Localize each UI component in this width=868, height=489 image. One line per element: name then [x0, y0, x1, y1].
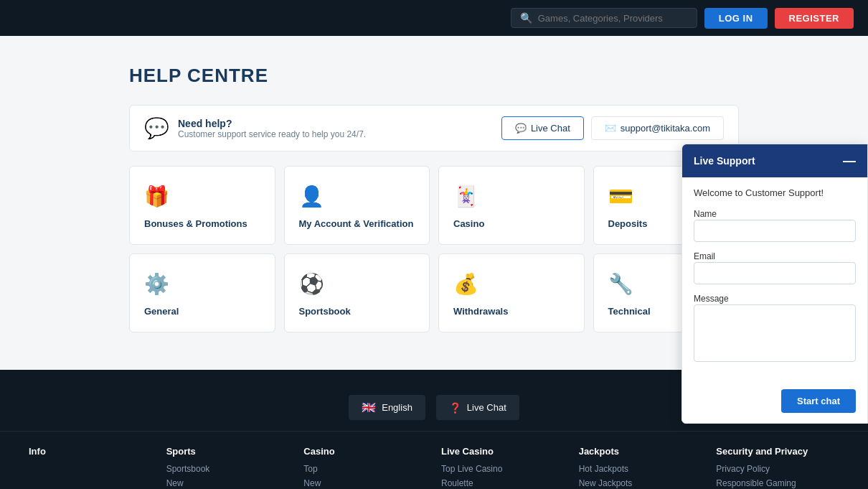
- category-card-withdrawals[interactable]: 💰 Withdrawals: [438, 253, 585, 332]
- category-icon-account: 👤: [299, 185, 415, 208]
- support-description: Customer support service ready to help y…: [178, 129, 366, 139]
- footer-link-new[interactable]: New: [166, 478, 290, 488]
- footer-link-top-live-casino[interactable]: Top Live Casino: [441, 464, 565, 474]
- footer-col-1: SportsSportsbookNewPopular: [166, 446, 290, 489]
- footer-col-title-2: Casino: [303, 446, 427, 457]
- email-address: support@tikitaka.com: [621, 123, 710, 134]
- category-label-sportsbook: Sportsbook: [299, 306, 351, 317]
- category-label-withdrawals: Withdrawals: [453, 306, 508, 317]
- support-banner-left: 💬 Need help? Customer support service re…: [144, 116, 487, 140]
- footer-links: InfoSportsSportsbookNewPopularCasinoTopN…: [0, 432, 868, 489]
- name-label: Name: [694, 209, 717, 219]
- footer-live-chat-label: Live Chat: [467, 402, 506, 413]
- footer-link-sportsbook[interactable]: Sportsbook: [166, 464, 290, 474]
- category-label-bonuses: Bonuses & Promotions: [144, 218, 247, 229]
- footer-link-privacy-policy[interactable]: Privacy Policy: [716, 464, 839, 474]
- footer-col-5: Security and PrivacyPrivacy PolicyRespon…: [716, 446, 839, 489]
- header: 🔍 LOG IN REGISTER: [0, 0, 868, 36]
- chat-icon: 💬: [515, 123, 527, 134]
- language-button[interactable]: 🇬🇧 English: [349, 395, 425, 420]
- support-banner-text: Need help? Customer support service read…: [178, 118, 366, 139]
- panel-footer: Start chat: [682, 382, 867, 423]
- need-help-label: Need help?: [178, 118, 366, 129]
- category-label-casino: Casino: [453, 218, 484, 229]
- footer-col-title-0: Info: [29, 446, 152, 457]
- login-button[interactable]: LOG IN: [704, 8, 768, 29]
- search-input[interactable]: [538, 13, 688, 24]
- footer-link-top[interactable]: Top: [303, 464, 427, 474]
- category-label-account: My Account & Verification: [299, 218, 414, 229]
- footer-col-title-1: Sports: [166, 446, 290, 457]
- category-grid: 🎁 Bonuses & Promotions 👤 My Account & Ve…: [129, 166, 739, 332]
- live-support-panel: Live Support — Welcome to Customer Suppo…: [681, 144, 868, 424]
- footer-link-hot-jackpots[interactable]: Hot Jackpots: [579, 464, 702, 474]
- category-card-account[interactable]: 👤 My Account & Verification: [284, 166, 430, 245]
- category-card-casino[interactable]: 🃏 Casino: [438, 166, 585, 245]
- message-textarea[interactable]: [694, 304, 856, 362]
- panel-body: Welcome to Customer Support! Name Email …: [682, 177, 867, 382]
- register-button[interactable]: REGISTER: [775, 8, 854, 29]
- category-card-bonuses[interactable]: 🎁 Bonuses & Promotions: [129, 166, 275, 245]
- panel-welcome: Welcome to Customer Support!: [694, 187, 856, 198]
- footer-col-title-5: Security and Privacy: [716, 446, 839, 457]
- footer-link-new-jackpots[interactable]: New Jackpots: [579, 478, 702, 488]
- email-label: Email: [694, 251, 715, 261]
- live-chat-label: Live Chat: [531, 123, 570, 134]
- chat-icon: ❓: [449, 402, 461, 414]
- panel-title: Live Support: [694, 155, 755, 167]
- footer-link-new[interactable]: New: [303, 478, 427, 488]
- footer-col-title-3: Live Casino: [441, 446, 565, 457]
- start-chat-button[interactable]: Start chat: [781, 389, 856, 413]
- live-chat-button[interactable]: 💬 Live Chat: [501, 116, 584, 140]
- footer-col-title-4: Jackpots: [579, 446, 702, 457]
- category-icon-bonuses: 🎁: [144, 185, 260, 208]
- category-icon-sportsbook: ⚽: [299, 272, 415, 296]
- search-icon: 🔍: [520, 12, 532, 24]
- footer-link-roulette[interactable]: Roulette: [441, 478, 565, 488]
- page-title: HELP CENTRE: [129, 65, 739, 87]
- category-icon-withdrawals: 💰: [453, 272, 570, 296]
- category-label-deposits: Deposits: [608, 218, 648, 229]
- email-icon: ✉️: [605, 123, 616, 134]
- category-label-technical: Technical: [608, 306, 651, 317]
- email-button[interactable]: ✉️ support@tikitaka.com: [591, 116, 724, 140]
- flag-icon: 🇬🇧: [362, 401, 376, 414]
- panel-header: Live Support —: [682, 144, 867, 177]
- message-label: Message: [694, 294, 729, 304]
- category-card-sportsbook[interactable]: ⚽ Sportsbook: [284, 253, 430, 332]
- footer-live-chat-button[interactable]: ❓ Live Chat: [436, 395, 519, 420]
- support-icon: 💬: [144, 116, 169, 140]
- footer-col-0: Info: [29, 446, 152, 489]
- search-bar[interactable]: 🔍: [511, 8, 697, 28]
- name-input[interactable]: [694, 220, 856, 242]
- footer-col-4: JackpotsHot JackpotsNew JackpotsDaily Ja…: [579, 446, 702, 489]
- footer-col-3: Live CasinoTop Live CasinoRouletteBlackj…: [441, 446, 565, 489]
- panel-minimize-button[interactable]: —: [843, 154, 856, 167]
- footer-link-responsible-gaming[interactable]: Responsible Gaming: [716, 478, 839, 488]
- support-banner-buttons: 💬 Live Chat ✉️ support@tikitaka.com: [501, 116, 724, 140]
- support-banner: 💬 Need help? Customer support service re…: [129, 105, 739, 152]
- category-card-general[interactable]: ⚙️ General: [129, 253, 275, 332]
- footer-col-2: CasinoTopNewPopular: [303, 446, 427, 489]
- category-icon-general: ⚙️: [144, 272, 260, 296]
- email-input[interactable]: [694, 262, 856, 284]
- category-label-general: General: [144, 306, 179, 317]
- category-icon-casino: 🃏: [453, 185, 570, 208]
- language-label: English: [382, 402, 412, 413]
